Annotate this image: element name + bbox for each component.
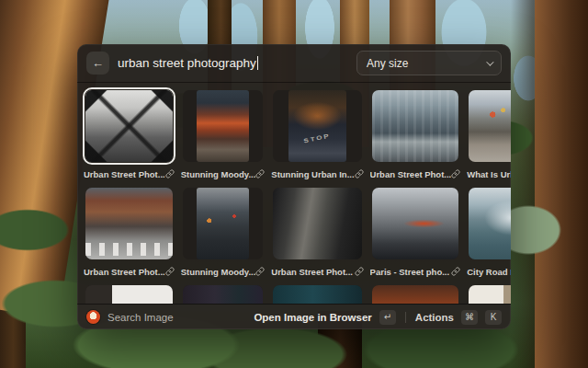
search-input[interactable]: urban street photography — [118, 56, 348, 70]
command-key-icon: ⌘ — [461, 310, 478, 325]
image-result[interactable]: STOP Stunning Urban In... — [270, 87, 364, 179]
thumbnail-art — [85, 90, 173, 162]
image-title: Paris - Street pho... — [370, 267, 450, 277]
image-result[interactable] — [466, 282, 511, 304]
image-thumbnail — [85, 188, 173, 259]
thumbnail-art — [372, 285, 459, 304]
image-thumbnail — [469, 285, 511, 304]
result-caption: Urban Street Phot... — [83, 266, 175, 277]
extension-name: Search Image — [107, 312, 174, 323]
image-result[interactable]: Urban Street Phot... — [369, 87, 462, 179]
image-thumbnail — [372, 90, 459, 162]
extension-icon — [86, 310, 100, 324]
result-caption: Stunning Urban In... — [270, 168, 364, 179]
link-icon — [355, 169, 364, 178]
image-title: Urban Street Phot... — [84, 267, 165, 277]
thumbnail-art — [85, 188, 173, 259]
thumbnail-frame — [369, 282, 462, 304]
thumbnail-art — [273, 188, 361, 259]
image-thumbnail — [183, 285, 264, 304]
back-arrow-icon: ← — [92, 56, 104, 70]
result-caption: Urban Street Phot... — [369, 168, 462, 179]
footer-divider — [405, 312, 406, 323]
thumbnail-frame — [83, 87, 175, 165]
link-icon — [255, 267, 265, 276]
search-bar: ← urban street photography Any size — [77, 44, 511, 83]
thumbnail-art — [469, 90, 511, 162]
thumbnail-frame: STOP — [270, 87, 364, 165]
thumbnail-art — [469, 285, 511, 304]
image-result[interactable]: Urban Street Phot... — [83, 87, 175, 179]
back-button[interactable]: ← — [86, 52, 109, 75]
link-icon — [451, 267, 460, 276]
image-result[interactable]: Urban Street Phot... — [83, 185, 175, 277]
search-window: ← urban street photography Any size Urba… — [77, 44, 511, 329]
actions-button[interactable]: Actions — [415, 312, 454, 323]
image-result[interactable]: Urban Street Phot... — [270, 185, 364, 277]
image-result[interactable] — [270, 282, 364, 304]
image-thumbnail — [183, 90, 264, 162]
result-caption: Stunning Moody... — [180, 266, 266, 277]
image-thumbnail — [273, 285, 361, 304]
thumbnail-art — [197, 188, 250, 259]
image-thumbnail — [85, 90, 173, 162]
image-thumbnail — [372, 285, 459, 304]
image-result[interactable] — [83, 282, 175, 304]
thumbnail-art — [183, 285, 264, 304]
thumbnail-frame — [180, 282, 266, 304]
enter-key-icon: ↵ — [379, 310, 396, 325]
results-grid: Urban Street Phot... Stunning Moody... — [77, 83, 511, 304]
thumbnail-frame — [466, 282, 511, 304]
k-key-icon: K — [485, 310, 502, 325]
image-result[interactable]: City Road Photog... — [466, 185, 511, 277]
chevron-down-icon — [486, 58, 493, 65]
image-result[interactable]: Paris - Street pho... — [369, 185, 462, 277]
thumbnail-frame — [180, 185, 266, 262]
image-result[interactable] — [180, 282, 266, 304]
link-icon — [165, 267, 175, 276]
image-title: City Road Photog... — [467, 267, 511, 277]
image-thumbnail — [85, 285, 173, 304]
image-title: Urban Street Phot... — [84, 169, 165, 179]
result-caption: Paris - Street pho... — [369, 266, 462, 277]
thumbnail-art — [273, 285, 361, 304]
image-title: Stunning Moody... — [181, 169, 256, 179]
thumbnail-art — [288, 90, 347, 162]
image-title: Stunning Moody... — [181, 267, 256, 277]
thumbnail-frame — [83, 282, 175, 304]
thumbnail-art — [469, 188, 511, 259]
link-icon — [255, 169, 265, 178]
thumbnail-frame — [180, 87, 266, 165]
image-thumbnail — [469, 188, 511, 259]
size-filter-dropdown[interactable]: Any size — [356, 51, 502, 75]
link-icon — [165, 169, 175, 178]
thumbnail-frame — [369, 87, 462, 165]
thumbnail-art — [372, 90, 459, 162]
thumbnail-art — [372, 188, 459, 259]
thumbnail-frame — [270, 185, 364, 262]
thumbnail-frame — [466, 185, 511, 262]
size-filter-value: Any size — [367, 57, 408, 70]
thumbnail-art — [197, 90, 250, 162]
thumbnail-frame — [369, 185, 462, 262]
footer-bar: Search Image Open Image in Browser ↵ Act… — [77, 304, 511, 329]
primary-action-label[interactable]: Open Image in Browser — [254, 312, 371, 323]
thumbnail-frame — [466, 87, 511, 165]
image-result[interactable]: Stunning Moody... — [180, 87, 266, 179]
text-caret — [257, 56, 259, 70]
image-result[interactable]: What Is Urban La... — [466, 87, 511, 179]
result-caption: What Is Urban La... — [466, 168, 511, 179]
image-thumbnail — [183, 188, 264, 259]
image-title: What Is Urban La... — [467, 169, 511, 179]
result-caption: Urban Street Phot... — [83, 168, 175, 179]
image-title: Urban Street Phot... — [271, 267, 353, 277]
result-caption: City Road Photog... — [466, 266, 511, 277]
image-title: Stunning Urban In... — [271, 169, 354, 179]
image-result[interactable] — [369, 282, 462, 304]
image-thumbnail — [372, 188, 459, 259]
result-caption: Stunning Moody... — [180, 168, 266, 179]
image-result[interactable]: Stunning Moody... — [180, 185, 266, 277]
link-icon — [355, 267, 364, 276]
thumbnail-frame — [270, 282, 364, 304]
thumbnail-art — [85, 285, 173, 304]
